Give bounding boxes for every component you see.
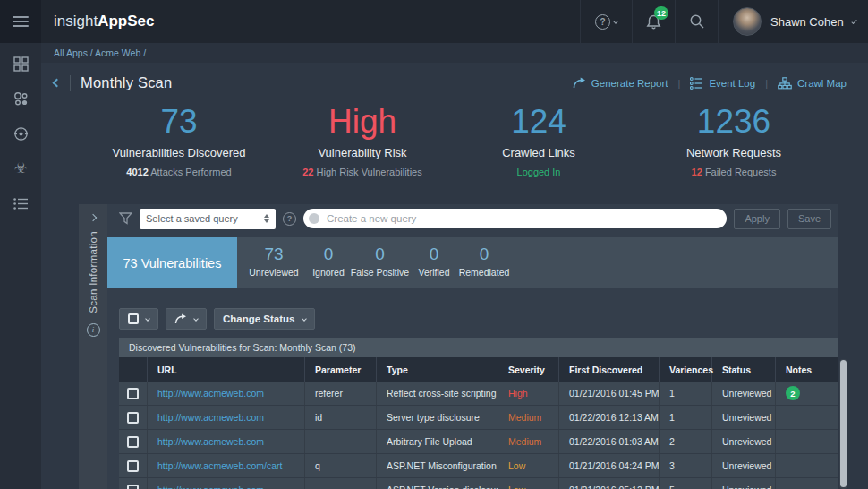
first-discovered-cell: 01/21/2016 05:12 PM bbox=[559, 478, 660, 489]
first-discovered-cell: 01/21/2016 01:45 PM bbox=[559, 382, 660, 405]
stat-subtext: 12 Failed Requests bbox=[626, 167, 841, 177]
page-title: Monthly Scan bbox=[81, 74, 172, 91]
menu-icon[interactable] bbox=[0, 0, 41, 43]
url-link[interactable]: http://www.acmeweb.com bbox=[157, 412, 264, 423]
new-query-input[interactable] bbox=[327, 213, 722, 224]
tab-remediated[interactable]: 0 Remediated bbox=[455, 237, 514, 288]
logo-appsec: AppSec bbox=[98, 13, 154, 30]
app-circles-icon[interactable] bbox=[13, 90, 29, 107]
vulnerabilities-biohazard-icon[interactable]: ☣ bbox=[13, 160, 29, 176]
share-dropdown[interactable] bbox=[166, 308, 207, 330]
scan-information-label: Scan Information bbox=[88, 231, 98, 313]
notifications-button[interactable]: 12 bbox=[632, 0, 675, 43]
counter-label: Unreviewed bbox=[237, 267, 311, 278]
row-checkbox-cell bbox=[119, 454, 148, 477]
event-log-icon bbox=[690, 77, 703, 90]
row-checkbox-cell bbox=[119, 478, 148, 489]
severity-cell: Low bbox=[498, 478, 559, 489]
column-header-url[interactable]: URL bbox=[148, 357, 305, 382]
column-header-parameter[interactable]: Parameter bbox=[305, 357, 377, 382]
stat-sub-rest: Failed Requests bbox=[702, 167, 777, 177]
scan-information-panel[interactable]: Scan Information i bbox=[79, 204, 107, 489]
type-cell: ASP.NET Version disclosure bbox=[377, 478, 498, 489]
scans-list-icon[interactable] bbox=[13, 195, 29, 211]
user-menu[interactable]: Shawn Cohen bbox=[718, 0, 868, 43]
type-cell: Reflect cross-site scripting (XSS) bbox=[377, 382, 498, 405]
breadcrumb[interactable]: All Apps / Acme Web / bbox=[41, 43, 868, 63]
notes-badge[interactable]: 2 bbox=[786, 386, 800, 400]
help-icon: ? bbox=[595, 14, 610, 30]
table-toolbar: Change Status bbox=[119, 308, 838, 330]
table-row: http://www.acmeweb.com Arbitrary File Up… bbox=[119, 430, 838, 454]
column-header-severity[interactable]: Severity bbox=[498, 357, 559, 382]
search-button[interactable] bbox=[675, 0, 718, 43]
chevron-down-icon bbox=[145, 316, 150, 322]
column-header-variences[interactable]: Variences bbox=[660, 357, 712, 382]
generate-report-button[interactable]: Generate Report bbox=[573, 77, 668, 89]
stat-value: 73 bbox=[72, 103, 286, 142]
saved-query-select[interactable]: Select a saved query bbox=[140, 209, 276, 229]
counter-value: 73 bbox=[237, 244, 311, 264]
url-link[interactable]: http://www.acmeweb.com bbox=[157, 485, 264, 489]
main-panel: Select a saved query ? Apply Save 73 Vul… bbox=[107, 204, 838, 489]
tab-false-positive[interactable]: 0 False Positive bbox=[346, 237, 413, 288]
row-checkbox-cell bbox=[119, 430, 148, 453]
change-status-label: Change Status bbox=[223, 313, 295, 324]
info-icon: i bbox=[87, 323, 100, 337]
apps-grid-icon[interactable] bbox=[13, 56, 29, 72]
first-discovered-cell: 01/22/2016 12:13 AM bbox=[559, 406, 660, 429]
help-menu-button[interactable]: ? bbox=[580, 0, 632, 43]
tab-vulnerabilities[interactable]: 73 Vulnerabilities bbox=[107, 237, 237, 288]
column-header-first-discovered[interactable]: First Discovered bbox=[559, 357, 660, 382]
save-button[interactable]: Save bbox=[787, 209, 831, 229]
crawl-map-button[interactable]: Crawl Map bbox=[778, 77, 847, 90]
parameter-cell: referer bbox=[305, 382, 377, 405]
topbar: insightAppSec ? 12 bbox=[0, 0, 868, 43]
table-row: http://www.acmeweb.com ASP.NET Version d… bbox=[119, 478, 838, 489]
column-header-status[interactable]: Status bbox=[712, 357, 776, 382]
tab-ignored[interactable]: 0 Ignored bbox=[311, 237, 346, 288]
notes-cell bbox=[776, 430, 838, 453]
back-button[interactable] bbox=[54, 80, 60, 86]
scan-target-icon[interactable] bbox=[13, 125, 29, 142]
url-link[interactable]: http://www.acmeweb.com bbox=[157, 388, 264, 399]
scrollbar-thumb[interactable] bbox=[840, 360, 847, 487]
apply-button[interactable]: Apply bbox=[734, 209, 780, 229]
row-checkbox[interactable] bbox=[127, 460, 139, 472]
share-arrow-icon bbox=[174, 313, 187, 324]
user-name: Shawn Cohen bbox=[770, 15, 844, 29]
parameter-cell bbox=[305, 430, 377, 453]
row-checkbox[interactable] bbox=[127, 436, 139, 448]
app-window: insightAppSec ? 12 bbox=[0, 0, 868, 489]
event-log-button[interactable]: Event Log bbox=[690, 77, 755, 90]
select-all-dropdown[interactable] bbox=[119, 308, 158, 330]
change-status-dropdown[interactable]: Change Status bbox=[214, 308, 315, 330]
severity-cell: Low bbox=[498, 454, 559, 477]
tab-unreviewed[interactable]: 73 Unreviewed bbox=[237, 237, 311, 288]
variences-cell: 5 bbox=[660, 478, 712, 489]
url-link[interactable]: http://www.acmeweb.com bbox=[157, 436, 264, 447]
page-actions: Generate Report | Event Log | bbox=[573, 77, 847, 90]
status-cell: Unreviewed bbox=[712, 406, 776, 429]
row-checkbox[interactable] bbox=[127, 388, 139, 399]
row-checkbox[interactable] bbox=[127, 485, 139, 489]
row-checkbox[interactable] bbox=[127, 412, 139, 424]
status-cell: Unreviewed bbox=[712, 430, 776, 453]
column-header-notes[interactable]: Notes bbox=[776, 357, 838, 382]
share-arrow-icon bbox=[573, 77, 586, 89]
saved-query-value: Select a saved query bbox=[146, 213, 238, 224]
stat-label: Crawled Links bbox=[431, 146, 646, 159]
stat-sub-strong: 4012 bbox=[126, 167, 148, 177]
parameter-cell bbox=[305, 478, 377, 489]
severity-cell: High bbox=[498, 382, 559, 405]
column-header-checkbox bbox=[119, 357, 148, 382]
query-help-icon[interactable]: ? bbox=[283, 212, 296, 226]
column-header-type[interactable]: Type bbox=[377, 357, 498, 382]
stat-sub-strong: 22 bbox=[302, 167, 313, 177]
chevron-down-icon bbox=[302, 316, 307, 322]
status-cell: Unreviewed bbox=[712, 478, 776, 489]
filter-funnel-icon[interactable] bbox=[119, 212, 132, 225]
tab-verified[interactable]: 0 Verified bbox=[413, 237, 455, 288]
url-link[interactable]: http://www.acmeweb.com/cart bbox=[157, 460, 282, 471]
query-bar: Select a saved query ? Apply Save bbox=[107, 204, 838, 233]
